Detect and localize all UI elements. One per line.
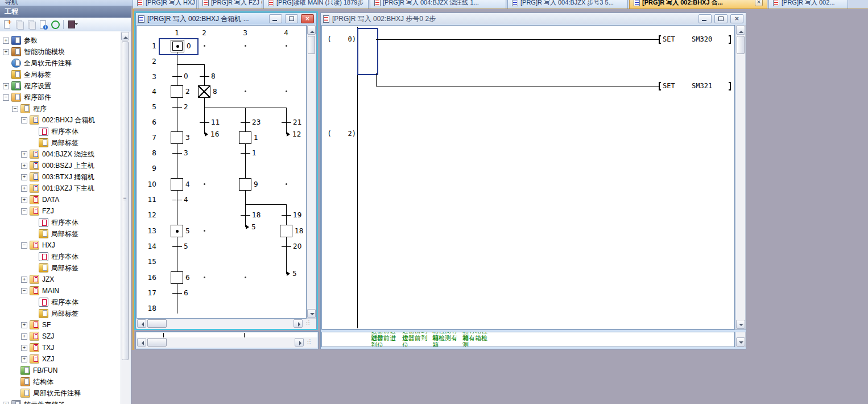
- expander-icon[interactable]: +: [21, 197, 27, 203]
- tree-item-fb-fun[interactable]: FB/FUN: [0, 365, 121, 376]
- comment-pane-scrollbar[interactable]: [735, 332, 746, 347]
- ladder-vertical-scrollbar[interactable]: [735, 25, 746, 329]
- tree-item-fzj[interactable]: −FZJ: [0, 205, 121, 217]
- tree-scrollbar[interactable]: ==: [121, 32, 130, 404]
- expander-icon[interactable]: −: [21, 288, 27, 294]
- expander-icon[interactable]: +: [3, 49, 9, 55]
- navigation-panel-header[interactable]: 导航: [0, 0, 135, 6]
- expander-icon[interactable]: +: [21, 163, 27, 169]
- tab-002-bhxj-active[interactable]: [PRG]R 写入 002:BHXJ 合...×: [629, 0, 767, 9]
- tree-item-program-body[interactable]: 程序本体: [0, 217, 121, 228]
- tree-item-000-bszj[interactable]: +000:BSZJ 上主机: [0, 160, 121, 171]
- tree-item-global-device-comment[interactable]: 全局软元件注释: [0, 57, 121, 69]
- expander-icon[interactable]: +: [21, 174, 27, 180]
- expander-icon[interactable]: +: [3, 83, 9, 89]
- tree-item-local-label[interactable]: 局部标签: [0, 308, 121, 319]
- expander-icon[interactable]: +: [21, 322, 27, 328]
- tree-item-local-device-comment[interactable]: 局部软元件注释: [0, 387, 121, 399]
- project-section-header: 工程: [0, 6, 131, 18]
- minimize-button[interactable]: [698, 14, 712, 23]
- new-data-icon[interactable]: +: [2, 19, 12, 29]
- tree-item-program-body[interactable]: 程序本体: [0, 296, 121, 308]
- expander-icon[interactable]: +: [21, 185, 27, 192]
- expander-icon[interactable]: −: [21, 117, 27, 123]
- tree-item-003-btxj[interactable]: +003:BTXJ 捅箱机: [0, 171, 121, 183]
- expander-icon[interactable]: +: [21, 151, 27, 158]
- expander-icon[interactable]: +: [21, 277, 27, 283]
- tree-item-device-memory[interactable]: +软元件存储器: [0, 399, 121, 404]
- expander-icon[interactable]: +: [21, 345, 27, 351]
- expander-icon[interactable]: +: [21, 356, 27, 362]
- tab-002-overflow[interactable]: [PRG]R 写入 002...: [768, 0, 848, 9]
- program-icon: [30, 172, 39, 182]
- refresh-icon[interactable]: [50, 19, 60, 29]
- restore-button[interactable]: [285, 14, 298, 23]
- tree-item-local-label[interactable]: 局部标签: [0, 137, 121, 149]
- tree-item-txj[interactable]: +TXJ: [0, 342, 121, 353]
- tab-fzj[interactable]: [PRG]R 写入 FZJ 618步: [198, 0, 262, 9]
- resize-grip[interactable]: .:::: [306, 321, 310, 324]
- expander-icon[interactable]: +: [3, 402, 9, 404]
- program-icon: [30, 184, 39, 193]
- expander-icon[interactable]: −: [3, 94, 9, 101]
- ladder-document-icon: [773, 0, 779, 6]
- property-icon[interactable]: i: [38, 19, 48, 29]
- toolbar-separator: [63, 20, 64, 29]
- tab-main-readonly[interactable]: [PRG]读取 MAIN (只读) 1879步: [263, 0, 369, 9]
- parameter-icon: [11, 36, 21, 45]
- tree-item-jzx[interactable]: +JZX: [0, 274, 121, 285]
- tree-item-data[interactable]: +DATA: [0, 194, 121, 205]
- expander-icon[interactable]: +: [21, 333, 27, 340]
- tree-item-program-body[interactable]: 程序本体: [0, 251, 121, 262]
- tree-item-xzj[interactable]: +XZJ: [0, 353, 121, 365]
- ladder-canvas[interactable]: [321, 25, 735, 329]
- ladder-document-icon: [268, 0, 274, 6]
- ladder-window-titlebar[interactable]: [PRG]R 写入 002:BHXJ 步号0 2步 ×: [321, 13, 746, 24]
- sfc-canvas[interactable]: [137, 25, 307, 319]
- tree-item-004-bjzx[interactable]: +004:BJZX 浇注线: [0, 149, 121, 160]
- tree-item-001-bxzj[interactable]: +001:BXZJ 下主机: [0, 183, 121, 194]
- resize-grip[interactable]: .:::: [307, 340, 311, 343]
- tree-item-program[interactable]: −程序: [0, 103, 121, 114]
- tree-item-pou[interactable]: −程序部件: [0, 92, 121, 103]
- expander-icon[interactable]: −: [12, 106, 18, 112]
- tree-item-intelligent-module[interactable]: +智能功能模块: [0, 46, 121, 57]
- close-button[interactable]: ×: [301, 14, 314, 23]
- tree-item-program-body[interactable]: 程序本体: [0, 126, 121, 137]
- tree-item-002-bhxj[interactable]: −002:BHXJ 合箱机: [0, 114, 121, 126]
- tree-item-local-label[interactable]: 局部标签: [0, 228, 121, 240]
- program-icon: [30, 343, 39, 352]
- tree-item-global-label[interactable]: 全局标签: [0, 69, 121, 80]
- program-icon: [30, 150, 39, 159]
- project-tree: +参数 +智能功能模块 全局软元件注释 全局标签 +程序设置 −程序部件 −程序…: [0, 31, 121, 404]
- minimize-button[interactable]: [269, 14, 282, 23]
- sfc-vertical-scrollbar[interactable]: [307, 25, 316, 319]
- comment-pane[interactable]: 进器前进到位 进器前到位 箱检测有箱 箱有箱检测 进器前进到位 进器前到位 箱检…: [321, 332, 735, 347]
- tree-item-local-label[interactable]: 局部标签: [0, 262, 121, 274]
- sfc-horizontal-scrollbar[interactable]: .:::: [137, 319, 316, 329]
- tree-item-hxj[interactable]: −HXJ: [0, 240, 121, 251]
- sort-filter-icon[interactable]: [67, 19, 77, 29]
- sfc-window-titlebar[interactable]: [PRG]R 写入 002:BHXJ 合箱机 ... ×: [136, 13, 316, 24]
- document-tab-bar: [PRG]R 写入 HXJ 609步 [PRG]R 写入 FZJ 618步 [P…: [133, 0, 868, 9]
- expander-icon[interactable]: −: [21, 242, 27, 249]
- tree-item-program-setting[interactable]: +程序设置: [0, 80, 121, 92]
- global-device-comment-icon: [11, 59, 21, 68]
- copy-icon[interactable]: [14, 19, 24, 29]
- tree-item-sf[interactable]: +SF: [0, 319, 121, 331]
- tree-item-parameters[interactable]: +参数: [0, 35, 121, 46]
- tab-004-bjzx-step3[interactable]: [PRG]R 写入 004:BJZX 步号3 5...: [507, 0, 628, 9]
- program-body-icon: [39, 298, 48, 307]
- tab-004-bjzx[interactable]: [PRG]R 写入 004:BJZX 浇注线 1...: [370, 0, 506, 9]
- restore-button[interactable]: [714, 14, 728, 23]
- expander-icon[interactable]: +: [3, 38, 9, 44]
- paste-icon[interactable]: [26, 19, 36, 29]
- tab-hxj[interactable]: [PRG]R 写入 HXJ 609步: [133, 0, 197, 9]
- tree-item-main[interactable]: −MAIN: [0, 285, 121, 296]
- horizontal-scrollbar[interactable]: .:::: [137, 337, 317, 348]
- tree-item-szj[interactable]: +SZJ: [0, 331, 121, 342]
- expander-icon[interactable]: −: [21, 208, 27, 215]
- close-button[interactable]: ×: [730, 14, 743, 23]
- tab-close-icon[interactable]: ×: [755, 0, 763, 6]
- tree-item-structure[interactable]: 结构体: [0, 376, 121, 387]
